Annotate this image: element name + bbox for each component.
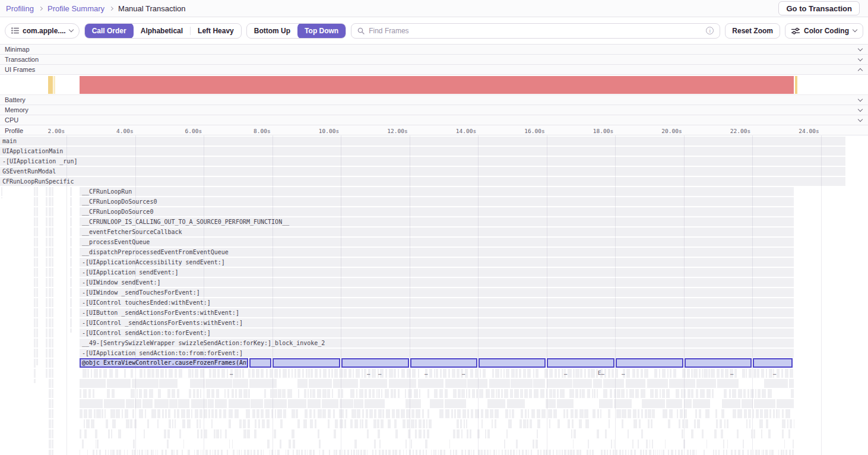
frame-bar-small[interactable] [134, 450, 135, 455]
slow-frame-bar[interactable] [53, 76, 55, 94]
frame-bar-small[interactable] [346, 409, 347, 418]
frame-bar-small[interactable] [112, 419, 116, 428]
frame-bar-small[interactable] [174, 450, 175, 455]
frame-bar-small[interactable] [659, 369, 661, 378]
frame-bar-small[interactable] [727, 419, 728, 428]
frame-bar-small[interactable] [556, 450, 558, 455]
frame-bar-small[interactable] [470, 429, 472, 438]
frame-bar-small[interactable] [378, 389, 380, 398]
frame-bar-small[interactable] [682, 419, 684, 428]
frame-bar-small[interactable] [564, 450, 566, 455]
frame-bar-small[interactable] [489, 450, 489, 455]
frame-bar-small[interactable] [584, 409, 588, 418]
frame-bar-small[interactable] [753, 409, 754, 418]
frame-bar-small[interactable] [499, 450, 499, 455]
frame-bar-small[interactable] [654, 369, 657, 378]
frame-bar-small[interactable] [587, 450, 588, 455]
frame-bar-small[interactable] [508, 450, 509, 455]
frame-bar-small[interactable] [653, 450, 654, 455]
frame-bar-small[interactable] [563, 409, 565, 418]
frame-bar-small[interactable] [372, 389, 375, 398]
frame-bar-small[interactable] [401, 409, 404, 418]
frame-bar-small[interactable] [655, 389, 658, 398]
frame-bar-small[interactable] [381, 389, 382, 398]
frame-bar-small[interactable] [174, 409, 176, 418]
frame-bar-small[interactable] [365, 399, 384, 408]
frame-bar-small[interactable] [725, 369, 728, 378]
frame-bar-small[interactable] [549, 450, 551, 455]
frame-bar-small[interactable] [613, 450, 614, 455]
frame-bar-small[interactable] [261, 409, 264, 418]
frame-bar-small[interactable] [124, 369, 126, 378]
frame-bar-small[interactable] [99, 369, 102, 378]
frame-bar-small[interactable] [695, 409, 697, 418]
frame-bar-small[interactable] [655, 450, 657, 455]
frame-bar[interactable]: main [0, 137, 845, 146]
frame-bar-small[interactable] [93, 450, 94, 455]
frame-bar-small[interactable] [788, 429, 790, 438]
selected-frame-segment[interactable] [479, 358, 546, 368]
frame-bar-small[interactable] [490, 450, 491, 455]
frame-bar-small[interactable] [197, 450, 199, 455]
frame-bar-small[interactable] [254, 429, 256, 438]
frame-bar-small[interactable] [666, 389, 670, 398]
frame-bar-small[interactable] [663, 409, 667, 418]
frame-bar-small[interactable] [461, 429, 462, 438]
frame-bar-small[interactable] [313, 450, 315, 455]
frame-bar-small[interactable] [292, 409, 295, 418]
frame-bar-small[interactable] [350, 389, 354, 398]
frame-bar-small[interactable] [274, 369, 278, 378]
frame-bar-small[interactable] [322, 450, 324, 455]
frame-bar-small[interactable] [249, 379, 277, 388]
frame-bar-small[interactable] [530, 419, 532, 428]
frame-bar-small[interactable] [608, 369, 610, 378]
frame-bar-small[interactable] [151, 369, 154, 378]
frame-bar-small[interactable] [715, 450, 717, 455]
frame-bar-small[interactable] [378, 429, 380, 438]
frame-bar-small[interactable] [461, 389, 465, 398]
frame-bar-small[interactable] [610, 389, 613, 398]
frame-bar-small[interactable] [789, 450, 791, 455]
frame-bar-small[interactable] [593, 379, 602, 388]
frame-bar-small[interactable] [122, 409, 123, 418]
frame-bar-small[interactable] [461, 450, 463, 455]
frame-bar-small[interactable] [80, 399, 103, 408]
frame-bar-small[interactable] [149, 389, 153, 398]
frame-bar-small[interactable] [440, 450, 442, 455]
selected-frame-segment[interactable] [547, 358, 614, 368]
frame-bar-small[interactable] [614, 389, 616, 398]
frame-bar-small[interactable] [562, 450, 563, 455]
frame-bar-small[interactable] [584, 369, 587, 378]
frame-bar-small[interactable] [794, 419, 794, 428]
frame-bar-small[interactable] [356, 450, 357, 455]
frame-bar-small[interactable] [761, 429, 762, 438]
frame-bar-small[interactable] [704, 450, 705, 455]
frame-bar-small[interactable] [130, 419, 132, 428]
frame-bar-small[interactable] [702, 429, 704, 438]
frame-bar[interactable]: -[UIControl sendAction:to:forEvent:] [80, 328, 794, 337]
frame-bar-small[interactable] [553, 389, 556, 398]
frame-bar-small[interactable] [419, 419, 422, 428]
frame-bar-small[interactable] [732, 389, 736, 398]
frame-bar-small[interactable] [125, 409, 128, 418]
frame-bar-small[interactable] [681, 389, 683, 398]
frame-bar-small[interactable] [665, 440, 666, 448]
breadcrumb-profiling[interactable]: Profiling [6, 4, 34, 13]
frame-bar-small[interactable] [742, 450, 744, 455]
frame-bar-small[interactable] [505, 450, 507, 455]
frame-bar-small[interactable] [132, 409, 134, 418]
frame-bar-small[interactable] [765, 450, 768, 455]
frame-bar-small[interactable] [232, 440, 233, 448]
frame-bar-small[interactable] [334, 429, 336, 438]
frame-bar-small[interactable] [179, 369, 182, 378]
frame-bar[interactable]: -[UIApplication _run] [0, 157, 845, 166]
frame-bar-small[interactable] [422, 409, 424, 418]
frame-bar-small[interactable] [603, 379, 624, 388]
frame-bar-small[interactable] [758, 450, 760, 455]
frame-bar-small[interactable] [650, 389, 654, 398]
frame-bar-small[interactable] [95, 429, 97, 438]
frame-bar-small[interactable] [677, 409, 678, 418]
frame-bar-small[interactable] [737, 409, 742, 418]
frame-bar-small[interactable] [311, 369, 313, 378]
frame-bar-small[interactable] [525, 409, 527, 418]
